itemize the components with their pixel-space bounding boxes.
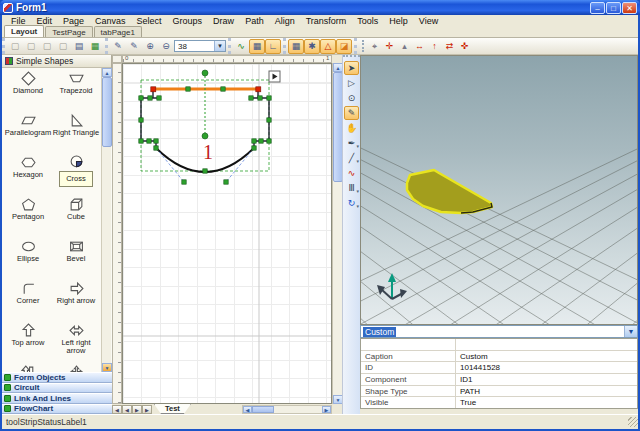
menu-draw[interactable]: Draw <box>208 16 239 26</box>
canvas-vscrollbar[interactable]: ▲ ▼ <box>332 63 342 404</box>
direct-select-tool-button[interactable]: ▷ <box>344 76 359 90</box>
last-page-button[interactable]: ▶ <box>142 405 152 414</box>
zoom-combobox[interactable]: 38 ▼ <box>174 40 226 52</box>
tab-tabpage1[interactable]: tabPage1 <box>94 26 142 37</box>
grid-toggle-button[interactable]: ▦ <box>249 39 265 54</box>
rotate-tool-button[interactable]: ↻▾ <box>344 196 359 210</box>
chevron-down-icon[interactable]: ▾ <box>356 143 359 149</box>
region-toggle-button[interactable]: ◪ <box>336 39 352 54</box>
menu-canvas[interactable]: Canvas <box>90 16 131 26</box>
shape-item-top-arrow[interactable]: Top arrow <box>4 323 52 365</box>
pan-camera-button[interactable]: ↔ <box>412 39 427 53</box>
ruler-toggle-button[interactable]: ∟ <box>265 39 281 54</box>
line-tool-button[interactable]: ╱▾ <box>344 151 359 165</box>
image-b-button[interactable]: ▦ <box>87 39 103 54</box>
maximize-button[interactable]: □ <box>606 2 621 14</box>
snap-toggle-button[interactable]: ▦ <box>288 39 304 54</box>
image-a-button[interactable]: ▤ <box>71 39 87 54</box>
shape-item-right-triangle[interactable]: Right Triangle <box>52 113 100 155</box>
tilt-up-button[interactable]: ▴ <box>397 39 412 53</box>
shape-item-diamond[interactable]: Diamond <box>4 71 52 113</box>
zoom-tool-button[interactable]: ⊙ <box>344 91 359 105</box>
distribute-tool-button[interactable]: Ⅲ▾ <box>344 181 359 195</box>
view-3d[interactable] <box>360 55 638 325</box>
shape-item-ellipse[interactable]: Ellipse <box>4 239 52 281</box>
menu-help[interactable]: Help <box>384 16 413 26</box>
chevron-down-icon[interactable]: ▾ <box>356 203 359 209</box>
gallery-scrollbar[interactable]: ▲ ▼ <box>101 68 111 372</box>
menu-page[interactable]: Page <box>58 16 89 26</box>
play-button[interactable] <box>269 71 280 82</box>
shape-item-partial-1[interactable] <box>4 365 52 372</box>
settings-toggle-button[interactable]: ✱ <box>304 39 320 54</box>
shape-item-pentagon[interactable]: Pentagon <box>4 197 52 239</box>
shape-item-cube[interactable]: Cube <box>52 197 100 239</box>
shape-item-hexagon[interactable]: Hexagon <box>4 155 52 197</box>
category-circult[interactable]: Circult <box>2 383 112 394</box>
shapes-panel-header[interactable]: Simple Shapes <box>2 55 111 68</box>
close-button[interactable]: ✕ <box>622 2 637 14</box>
design-canvas[interactable]: 1 <box>122 63 332 404</box>
pen-tool-button[interactable]: ✒▾ <box>344 136 359 150</box>
toolbar-grip[interactable] <box>362 40 365 52</box>
select-tool-button[interactable]: ➤ <box>344 61 359 75</box>
axis-mode-button[interactable]: ⌖ <box>367 39 382 53</box>
node-edit-tool-button[interactable]: ✎ <box>344 106 359 120</box>
menu-edit[interactable]: Edit <box>32 16 58 26</box>
edit-path-button[interactable]: ✎ <box>110 39 126 54</box>
title-bar[interactable]: Form1 – □ ✕ <box>0 0 640 15</box>
shape-handles[interactable] <box>139 70 271 184</box>
shape-item-parallelogram[interactable]: Parallelogram <box>4 113 52 155</box>
shape-item-bevel[interactable]: Bevel <box>52 239 100 281</box>
category-link-and-lines[interactable]: Link And Lines <box>2 393 112 404</box>
swap-view-button[interactable]: ⇄ <box>442 39 457 53</box>
ungroup-button[interactable]: ▢ <box>23 39 39 54</box>
resize-grip[interactable] <box>628 417 638 427</box>
shape-item-corner[interactable]: Corner <box>4 281 52 323</box>
shape-item-right-arrow[interactable]: Right arrow <box>52 281 100 323</box>
hand-tool-button[interactable]: ✋ <box>344 121 359 135</box>
canvas-hscroll-thumb[interactable] <box>252 406 274 413</box>
menu-transform[interactable]: Transform <box>301 16 352 26</box>
canvas-hscrollbar[interactable]: ◀ ▶ <box>242 405 332 414</box>
center-view-button[interactable]: ✜ <box>457 39 472 53</box>
edit-nodes-button[interactable]: ✎ <box>126 39 142 54</box>
raise-camera-button[interactable]: ↑ <box>427 39 442 53</box>
chevron-down-icon[interactable]: ▼ <box>214 41 225 51</box>
shape-item-partial-2[interactable] <box>52 365 100 372</box>
extruded-shape-3d[interactable] <box>407 170 492 213</box>
scroll-right-icon[interactable]: ▶ <box>322 406 331 413</box>
menu-align[interactable]: Align <box>270 16 300 26</box>
send-back-button[interactable]: ▢ <box>55 39 71 54</box>
chart-view-button[interactable]: ∿ <box>233 39 249 54</box>
first-page-button[interactable]: ◀ <box>112 405 122 414</box>
category-flowchart[interactable]: FlowChart <box>2 404 112 415</box>
category-form-objects[interactable]: Form Objects <box>2 372 112 383</box>
bring-front-button[interactable]: ▢ <box>39 39 55 54</box>
chevron-down-icon[interactable]: ▾ <box>356 158 359 164</box>
menu-file[interactable]: File <box>6 16 31 26</box>
minimize-button[interactable]: – <box>590 2 605 14</box>
object-selector-combobox[interactable]: Custom ▼ <box>360 325 638 338</box>
move-camera-button[interactable]: ✛ <box>382 39 397 53</box>
menu-select[interactable]: Select <box>132 16 167 26</box>
gallery-scroll-thumb[interactable] <box>102 77 112 147</box>
menu-path[interactable]: Path <box>240 16 269 26</box>
zoom-out-button[interactable]: ⊖ <box>158 39 174 54</box>
menu-tools[interactable]: Tools <box>352 16 383 26</box>
shape-item-left-right-arrow[interactable]: Left right arrow <box>52 323 100 365</box>
tab-testpage[interactable]: TestPage <box>45 26 92 37</box>
menu-view[interactable]: View <box>414 16 443 26</box>
prev-page-button[interactable]: ◀ <box>122 405 132 414</box>
tab-layout[interactable]: Layout <box>4 25 44 37</box>
group-button[interactable]: ▢ <box>7 39 23 54</box>
curve-tool-button[interactable]: ∿ <box>344 166 359 180</box>
chevron-down-icon[interactable]: ▼ <box>624 326 637 337</box>
shape-item-cross[interactable]: Cross <box>52 155 100 197</box>
zoom-in-button[interactable]: ⊕ <box>142 39 158 54</box>
page-tab-test[interactable]: Test <box>154 404 191 414</box>
scroll-down-icon[interactable]: ▼ <box>102 363 112 372</box>
next-page-button[interactable]: ▶ <box>132 405 142 414</box>
menu-groups[interactable]: Groups <box>168 16 208 26</box>
triangle-toggle-button[interactable]: △ <box>320 39 336 54</box>
